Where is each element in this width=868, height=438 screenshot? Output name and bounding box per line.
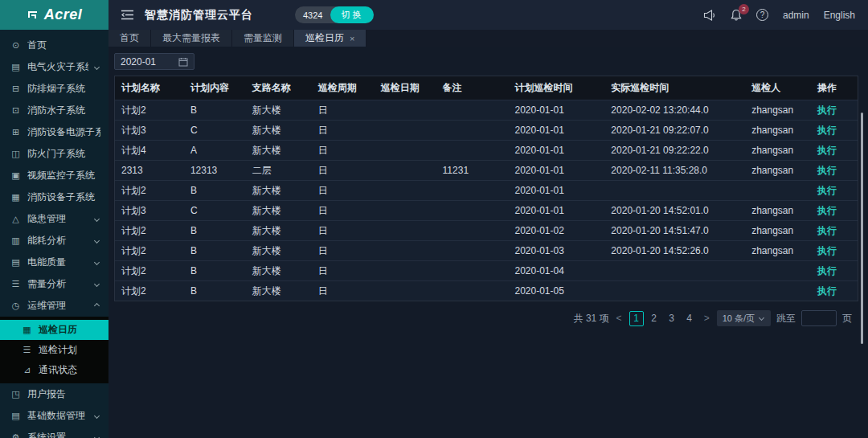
sidebar-item[interactable]: ▤ 电能质量 xyxy=(0,252,108,273)
sidebar-item[interactable]: △ 隐患管理 xyxy=(0,208,108,230)
cell-inspector: zhangsan xyxy=(745,165,811,176)
cell-plan-content: B xyxy=(184,225,246,236)
cell-inspector: zhangsan xyxy=(745,104,811,116)
sidebar-item[interactable]: ◷ 运维管理 xyxy=(0,295,108,317)
chevron-down-icon xyxy=(759,314,764,320)
tab-close-icon[interactable]: × xyxy=(350,34,354,43)
sidebar-item[interactable]: ▦ 消防设备子系统 xyxy=(0,186,108,208)
column-header: 支路名称 xyxy=(246,81,312,95)
column-header: 计划名称 xyxy=(115,81,184,95)
cell-branch-name: 新大楼 xyxy=(246,204,312,218)
page-size-select[interactable]: 10 条/页 xyxy=(717,310,771,326)
tab[interactable]: 需量监测 xyxy=(232,30,294,47)
user-menu[interactable]: admin xyxy=(783,10,809,21)
sidebar-item-label: 电气火灾子系统 xyxy=(27,60,88,74)
cell-planned-time: 2020-01-03 xyxy=(508,245,604,256)
sidebar-subitem[interactable]: ▦ 巡检日历 xyxy=(0,320,108,340)
execute-link[interactable]: 执行 xyxy=(817,165,837,176)
execute-link[interactable]: 执行 xyxy=(817,265,837,276)
cell-planned-time: 2020-01-02 xyxy=(508,225,604,236)
tab-bar: 首页 最大需量报表 需量监测 巡检日历 xyxy=(108,30,868,47)
page-number[interactable]: 3 xyxy=(665,311,679,326)
cell-branch-name: 新大楼 xyxy=(246,224,312,238)
execute-link[interactable]: 执行 xyxy=(817,285,837,297)
execute-link[interactable]: 执行 xyxy=(817,145,837,156)
execute-link[interactable]: 执行 xyxy=(817,205,837,216)
pagination: 共 31 项 < 1 2 3 4 > xyxy=(114,310,858,326)
table-row[interactable]: 计划2 B 新大楼 日 2020-01-01 执行 xyxy=(115,180,858,200)
announcement-icon[interactable] xyxy=(703,10,716,21)
chevron-icon xyxy=(94,303,100,309)
sidebar-subitem[interactable]: ☰ 巡检计划 xyxy=(0,340,108,360)
inspection-calendar-icon: ▦ xyxy=(22,325,32,335)
table-row[interactable]: 计划2 B 新大楼 日 2020-01-02 2020-01-20 14:51:… xyxy=(115,220,858,240)
next-page-icon[interactable]: > xyxy=(702,313,711,324)
tab[interactable]: 巡检日历 × xyxy=(294,30,366,47)
cell-planned-time: 2020-01-01 xyxy=(508,125,604,136)
page-number[interactable]: 2 xyxy=(647,311,661,326)
cell-plan-content: 12313 xyxy=(184,165,246,176)
scrollbar[interactable] xyxy=(861,113,863,344)
notification-bell-icon[interactable]: 2 xyxy=(731,9,742,21)
chevron-icon xyxy=(94,260,100,265)
help-icon[interactable]: ? xyxy=(756,9,768,21)
table-row[interactable]: 计划4 A 新大楼 日 2020-01-01 2020-01-21 09:22:… xyxy=(115,140,858,160)
inspection-table: 计划名称 计划内容 支路名称 巡检周期 巡检日期 备注 计划巡检时间 xyxy=(114,76,858,301)
cell-branch-name: 二层 xyxy=(246,164,312,178)
table-row[interactable]: 计划3 C 新大楼 日 2020-01-01 2020-01-21 09:22:… xyxy=(115,120,858,140)
chevron-icon xyxy=(94,216,100,222)
cell-cycle: 日 xyxy=(312,204,375,218)
tab[interactable]: 最大需量报表 xyxy=(151,30,232,47)
sidebar-item[interactable]: ▣ 视频监控子系统 xyxy=(0,165,108,186)
sidebar-item[interactable]: ⊡ 消防水子系统 xyxy=(0,100,108,121)
jump-page-input[interactable] xyxy=(801,310,837,326)
cell-inspector: zhangsan xyxy=(745,125,811,136)
cell-branch-name: 新大楼 xyxy=(246,144,312,158)
cell-plan-name: 计划2 xyxy=(115,104,184,117)
sidebar-item[interactable]: ⊟ 防排烟子系统 xyxy=(0,78,108,100)
tab[interactable]: 首页 xyxy=(108,30,151,47)
language-switch[interactable]: English xyxy=(824,10,855,21)
sidebar-subitem[interactable]: ⊿ 通讯状态 xyxy=(0,360,108,380)
sidebar-item[interactable]: ▤ 基础数据管理 xyxy=(0,405,108,427)
cell-branch-name: 新大楼 xyxy=(246,104,312,117)
sidebar-item[interactable]: ☰ 需量分析 xyxy=(0,273,108,295)
table-row[interactable]: 计划2 B 新大楼 日 2020-01-05 执行 xyxy=(115,280,858,301)
table-row[interactable]: 计划2 B 新大楼 日 2020-01-01 2020-02-02 13:20:… xyxy=(115,100,858,120)
sidebar-item[interactable]: ◫ 防火门子系统 xyxy=(0,143,108,165)
sidebar-item[interactable]: ▤ 电气火灾子系统 xyxy=(0,56,108,78)
execute-link[interactable]: 执行 xyxy=(817,225,837,236)
page-number[interactable]: 4 xyxy=(682,311,697,326)
tab-label: 首页 xyxy=(120,31,139,45)
table-row[interactable]: 计划3 C 新大楼 日 2020-01-01 2020-01-20 14:52:… xyxy=(115,200,858,220)
energy-icon: ▥ xyxy=(10,235,21,246)
demand-icon: ☰ xyxy=(10,279,21,289)
sidebar-item-label: 视频监控子系统 xyxy=(27,169,100,182)
sidebar-item[interactable]: ⊙ 首页 xyxy=(0,35,108,56)
table-row[interactable]: 计划2 B 新大楼 日 2020-01-03 2020-01-20 14:52:… xyxy=(115,240,858,260)
sidebar-item[interactable]: ⚙ 系统设置 xyxy=(0,427,108,438)
execute-link[interactable]: 执行 xyxy=(817,245,837,256)
sidebar-item[interactable]: ▥ 能耗分析 xyxy=(0,230,108,252)
table-row[interactable]: 计划2 B 新大楼 日 2020-01-04 执行 xyxy=(115,260,858,280)
execute-link[interactable]: 执行 xyxy=(817,104,837,116)
cell-planned-time: 2020-01-01 xyxy=(508,104,604,116)
cell-inspector: zhangsan xyxy=(745,225,811,236)
execute-link[interactable]: 执行 xyxy=(817,125,837,136)
switch-button[interactable]: 切换 xyxy=(330,6,374,23)
main-area: 首页 最大需量报表 需量监测 巡检日历 xyxy=(108,30,868,438)
notification-count-badge: 2 xyxy=(739,4,749,14)
sidebar-item[interactable]: ◳ 用户报告 xyxy=(0,383,108,405)
prev-page-icon[interactable]: < xyxy=(615,313,624,324)
menu-fold-icon[interactable] xyxy=(121,10,133,20)
execute-link[interactable]: 执行 xyxy=(817,185,837,196)
cell-plan-content: B xyxy=(184,185,246,196)
table-row[interactable]: 2313 12313 二层 日 11231 2020-01-01 2020-02… xyxy=(115,160,858,180)
page-number[interactable]: 1 xyxy=(629,311,644,326)
sidebar-item[interactable]: ⊞ 消防设备电源子系统 xyxy=(0,121,108,143)
cell-branch-name: 新大楼 xyxy=(246,124,312,137)
month-picker[interactable]: 2020-01 xyxy=(114,53,194,70)
cell-cycle: 日 xyxy=(312,264,375,278)
cell-planned-time: 2020-01-01 xyxy=(508,145,604,156)
cell-planned-time: 2020-01-01 xyxy=(508,165,604,176)
